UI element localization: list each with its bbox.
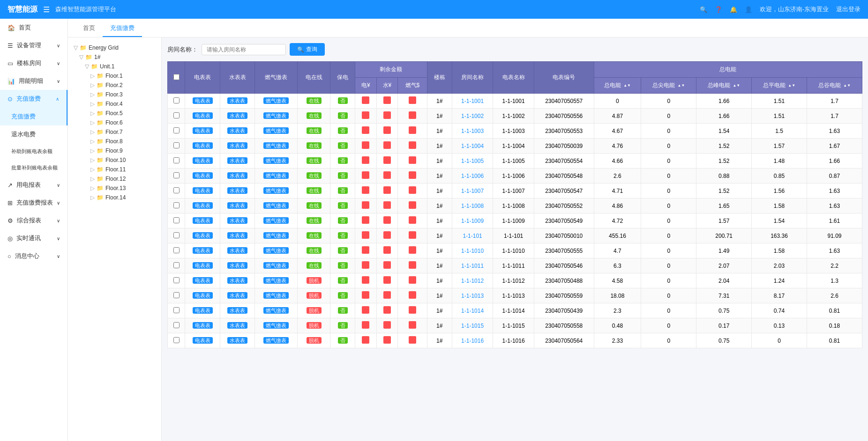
search-icon[interactable]: 🔍: [700, 6, 707, 13]
tree-node-f2[interactable]: ▷ 📁 Floor.2: [72, 81, 157, 90]
tree-node-f1[interactable]: ▷ 📁 Floor.1: [72, 71, 157, 81]
tree-node-f14[interactable]: ▷ 📁 Floor.14: [72, 193, 157, 202]
gas-tag[interactable]: 燃气缴表: [263, 277, 289, 284]
cell-checkbox[interactable]: [168, 184, 185, 198]
room-link[interactable]: 1-1-1001: [461, 98, 484, 104]
sidebar-item-charging[interactable]: ⊙ 充值缴费 ∧: [0, 90, 67, 108]
elec-tag[interactable]: 电表表: [193, 337, 213, 344]
water-tag[interactable]: 水表表: [227, 247, 247, 254]
cell-checkbox[interactable]: [168, 258, 185, 273]
tree-node-u1[interactable]: ▽ 📁 Unit.1: [72, 62, 157, 71]
sidebar-item-realtime[interactable]: ◎ 实时通讯 ∨: [0, 229, 67, 247]
cell-checkbox[interactable]: [168, 124, 185, 139]
elec-tag[interactable]: 电表表: [193, 277, 213, 284]
room-link[interactable]: 1-1-1012: [461, 278, 484, 284]
gas-tag[interactable]: 燃气缴表: [263, 217, 289, 224]
water-tag[interactable]: 水表表: [227, 202, 247, 209]
room-link[interactable]: 1-1-1009: [461, 218, 484, 224]
gas-tag[interactable]: 燃气缴表: [263, 97, 289, 104]
gas-tag[interactable]: 燃气缴表: [263, 262, 289, 269]
elec-tag[interactable]: 电表表: [193, 217, 213, 224]
menu-icon[interactable]: ☰: [43, 5, 50, 14]
tab-home[interactable]: 首页: [75, 20, 103, 37]
cell-checkbox[interactable]: [168, 288, 185, 303]
sidebar-item-usage[interactable]: 📊 用能明细 ∨: [0, 72, 67, 90]
cell-checkbox[interactable]: [168, 318, 185, 333]
room-link[interactable]: 1-1-1002: [461, 113, 484, 119]
cell-checkbox[interactable]: [168, 273, 185, 288]
tree-node-f10[interactable]: ▷ 📁 Floor.10: [72, 155, 157, 165]
sidebar-item-charging-sub[interactable]: 充值缴费: [0, 108, 67, 125]
search-button[interactable]: 🔍 查询: [290, 43, 325, 56]
water-tag[interactable]: 水表表: [227, 277, 247, 284]
tree-node-f4[interactable]: ▷ 📁 Floor.4: [72, 99, 157, 109]
elec-tag[interactable]: 电表表: [193, 112, 213, 119]
room-link[interactable]: 1-1-1004: [461, 143, 484, 149]
select-all-checkbox[interactable]: [173, 74, 180, 80]
cell-checkbox[interactable]: [168, 169, 185, 184]
gas-tag[interactable]: 燃气缴表: [263, 142, 289, 149]
elec-tag[interactable]: 电表表: [193, 322, 213, 329]
logout-btn[interactable]: 退出登录: [836, 5, 861, 14]
elec-tag[interactable]: 电表表: [193, 127, 213, 134]
sidebar-item-water-fee[interactable]: 退水电费: [0, 125, 67, 143]
cell-checkbox[interactable]: [168, 213, 185, 228]
room-link[interactable]: 1-1-1006: [461, 173, 484, 179]
water-tag[interactable]: 水表表: [227, 157, 247, 164]
gas-tag[interactable]: 燃气缴表: [263, 337, 289, 344]
tree-node-f11[interactable]: ▷ 📁 Floor.11: [72, 165, 157, 174]
room-link[interactable]: 1-1-1013: [461, 293, 484, 299]
water-tag[interactable]: 水表表: [227, 187, 247, 194]
tree-node-f6[interactable]: ▷ 📁 Floor.6: [72, 118, 157, 127]
water-tag[interactable]: 水表表: [227, 217, 247, 224]
cell-checkbox[interactable]: [168, 139, 185, 154]
tree-node-b1[interactable]: ▽ 📁 1#: [72, 52, 157, 62]
gas-tag[interactable]: 燃气缴表: [263, 157, 289, 164]
cell-checkbox[interactable]: [168, 243, 185, 258]
elec-tag[interactable]: 电表表: [193, 262, 213, 269]
room-link[interactable]: 1-1-1008: [461, 203, 484, 209]
cell-checkbox[interactable]: [168, 198, 185, 213]
sidebar-item-comprehensive[interactable]: ⚙ 综合报表 ∨: [0, 212, 67, 229]
water-tag[interactable]: 水表表: [227, 262, 247, 269]
search-input[interactable]: [202, 44, 286, 55]
gas-tag[interactable]: 燃气缴表: [263, 292, 289, 299]
cell-checkbox[interactable]: [168, 109, 185, 124]
tree-node-f3[interactable]: ▷ 📁 Floor.3: [72, 90, 157, 99]
room-link[interactable]: 1-1-1003: [461, 128, 484, 134]
gas-tag[interactable]: 燃气缴表: [263, 247, 289, 254]
gas-tag[interactable]: 燃气缴表: [263, 307, 289, 314]
cell-checkbox[interactable]: [168, 94, 185, 109]
elec-tag[interactable]: 电表表: [193, 172, 213, 179]
room-link[interactable]: 1-1-1016: [461, 338, 484, 344]
elec-tag[interactable]: 电表表: [193, 247, 213, 254]
room-link[interactable]: 1-1-101: [463, 233, 482, 239]
elec-tag[interactable]: 电表表: [193, 142, 213, 149]
cell-checkbox[interactable]: [168, 228, 185, 243]
elec-tag[interactable]: 电表表: [193, 187, 213, 194]
help-icon[interactable]: ❓: [715, 6, 722, 13]
tree-node-root[interactable]: ▽ 📁 Energy Grid: [72, 43, 157, 52]
sidebar-item-device[interactable]: ☰ 设备管理 ∨: [0, 37, 67, 54]
sidebar-item-batch[interactable]: 批量补到账电表余额: [0, 160, 67, 176]
water-tag[interactable]: 水表表: [227, 307, 247, 314]
elec-tag[interactable]: 电表表: [193, 232, 213, 239]
cell-checkbox[interactable]: [168, 333, 185, 348]
water-tag[interactable]: 水表表: [227, 142, 247, 149]
water-tag[interactable]: 水表表: [227, 232, 247, 239]
tree-node-f13[interactable]: ▷ 📁 Floor.13: [72, 184, 157, 193]
gas-tag[interactable]: 燃气缴表: [263, 232, 289, 239]
tab-charging[interactable]: 充值缴费: [103, 20, 142, 37]
elec-tag[interactable]: 电表表: [193, 97, 213, 104]
gas-tag[interactable]: 燃气缴表: [263, 322, 289, 329]
elec-tag[interactable]: 电表表: [193, 202, 213, 209]
water-tag[interactable]: 水表表: [227, 337, 247, 344]
water-tag[interactable]: 水表表: [227, 172, 247, 179]
cell-checkbox[interactable]: [168, 154, 185, 169]
sidebar-item-building[interactable]: ▭ 楼栋房间 ∨: [0, 54, 67, 72]
elec-tag[interactable]: 电表表: [193, 307, 213, 314]
water-tag[interactable]: 水表表: [227, 292, 247, 299]
sidebar-item-home[interactable]: 🏠 首页: [0, 19, 67, 37]
tree-node-f5[interactable]: ▷ 📁 Floor.5: [72, 109, 157, 118]
sidebar-item-charge-report[interactable]: ⊞ 充值缴费报表 ∨: [0, 194, 67, 212]
